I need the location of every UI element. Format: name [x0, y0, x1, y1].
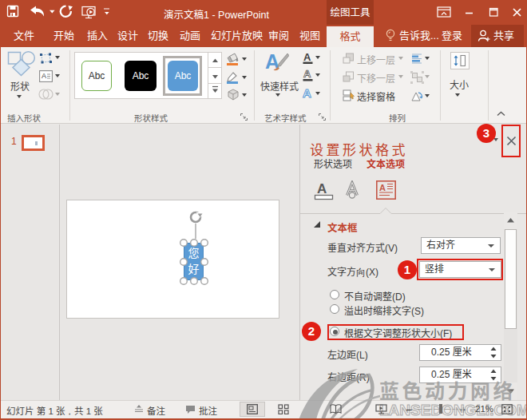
- svg-text:蓝色动力网络: 蓝色动力网络: [379, 375, 516, 404]
- svg-text:A: A: [42, 72, 46, 80]
- svg-text:A: A: [303, 51, 311, 63]
- svg-text:A: A: [379, 183, 386, 192]
- svg-text:A: A: [303, 86, 311, 100]
- svg-text:A: A: [317, 181, 327, 196]
- svg-text:A: A: [303, 68, 311, 80]
